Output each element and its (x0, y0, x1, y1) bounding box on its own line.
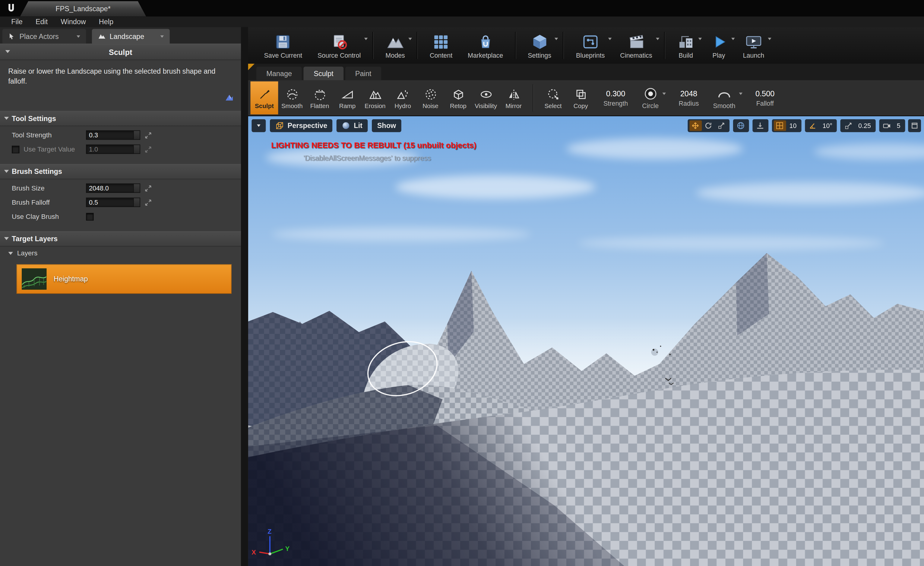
move-tool-icon[interactable] (689, 120, 702, 131)
tab-sculpt[interactable]: Sculpt (304, 67, 344, 80)
tool-noise[interactable]: Noise (417, 81, 444, 114)
brush-falloff-shape-button[interactable]: Circle (642, 87, 664, 109)
tool-smooth[interactable]: Smooth (278, 81, 306, 114)
expand-arrows-icon[interactable] (145, 146, 152, 152)
dropdown-caret-icon[interactable] (656, 38, 659, 40)
toolbar-build[interactable]: Build (669, 29, 702, 62)
brush-settings-header[interactable]: Brush Settings (0, 164, 241, 179)
circle-falloff-icon (644, 87, 657, 100)
viewport[interactable]: Z Y X Perspective Lit Show (248, 116, 924, 566)
strength-value: 0.300 (606, 89, 626, 98)
dropdown-caret-icon[interactable] (364, 38, 368, 40)
maximize-viewport-button[interactable] (908, 119, 921, 132)
content-browser-icon (432, 33, 450, 50)
viewport-canvas[interactable]: Z Y X (248, 116, 924, 566)
axis-x-label: X (252, 549, 256, 556)
grid-snap-icon[interactable] (774, 120, 786, 131)
expand-arrows-icon[interactable] (145, 185, 152, 191)
tool-sculpt[interactable]: Sculpt (250, 81, 278, 114)
viewport-options-button[interactable] (252, 119, 266, 132)
target-layers-header[interactable]: Target Layers (0, 231, 241, 247)
toolbar-marketplace[interactable]: Marketplace (460, 29, 511, 62)
tool-hydro[interactable]: Hydro (389, 81, 417, 114)
tab-landscape[interactable]: Landscape (92, 29, 170, 44)
tool-ramp[interactable]: Ramp (333, 81, 361, 114)
toolbar-source-control[interactable]: Source Control (310, 29, 368, 62)
rotation-snap-value[interactable]: 10° (820, 122, 836, 129)
tool-flatten[interactable]: Flatten (306, 81, 333, 114)
tool-select[interactable]: Select (539, 81, 567, 114)
brush-falloff-input[interactable]: 0.5 (86, 198, 140, 207)
menu-file[interactable]: File (5, 17, 29, 27)
dropdown-caret-icon[interactable] (555, 38, 558, 40)
toolbar-play[interactable]: Play (702, 29, 735, 62)
camera-speed-value[interactable]: 5 (894, 122, 903, 129)
tool-settings-header[interactable]: Tool Settings (0, 111, 241, 126)
copy-tool-icon (574, 87, 588, 101)
toolbar-launch[interactable]: Launch (735, 29, 772, 62)
target-value-input[interactable]: 1.0 (86, 145, 140, 154)
brush-falloff-display[interactable]: 0.500 Falloff (755, 89, 775, 107)
layers-group-row[interactable]: Layers (0, 247, 241, 260)
surface-snap-icon[interactable] (754, 120, 766, 131)
expand-arrows-icon[interactable] (145, 199, 152, 206)
scale-snap-value[interactable]: 0.25 (855, 122, 874, 129)
tool-strength-label: Tool Strength (12, 132, 86, 138)
scale-tool-icon[interactable] (715, 120, 728, 131)
camera-speed-group: 5 (879, 119, 905, 132)
menu-edit[interactable]: Edit (29, 17, 54, 27)
layer-item-heightmap[interactable]: Heightmap (16, 264, 232, 294)
unreal-logo-icon[interactable] (0, 0, 22, 17)
toolbar-modes[interactable]: Modes (378, 29, 412, 62)
level-tab[interactable]: FPS_Landscape* (20, 1, 146, 17)
scale-snap-icon[interactable] (842, 120, 855, 131)
rotate-tool-icon[interactable] (702, 120, 714, 131)
dropdown-caret-icon[interactable] (608, 38, 612, 40)
falloff-smooth-button[interactable]: Smooth (713, 87, 741, 109)
dropdown-caret-icon[interactable] (698, 38, 702, 40)
toolbar-cinematics[interactable]: Cinematics (612, 29, 660, 62)
dropdown-caret-icon[interactable] (409, 38, 412, 40)
brush-strength-display[interactable]: 0.300 Strength (603, 89, 628, 107)
brush-size-input[interactable]: 2048.0 (86, 184, 140, 193)
chevron-down-icon (160, 35, 164, 38)
layer-item-label: Heightmap (54, 275, 88, 283)
tool-erosion[interactable]: Erosion (361, 81, 389, 114)
dropdown-caret-icon[interactable] (731, 38, 735, 40)
tool-strength-input[interactable]: 0.3 (86, 130, 140, 140)
tool-description: Raise or lower the Landscape using the s… (0, 60, 241, 111)
viewport-perspective-button[interactable]: Perspective (270, 119, 333, 132)
menu-window[interactable]: Window (54, 17, 92, 27)
collapse-arrow-icon (8, 251, 13, 254)
tab-manage[interactable]: Manage (256, 67, 302, 80)
toolbar-save-current[interactable]: Save Current (256, 29, 310, 62)
use-clay-brush-checkbox[interactable] (86, 212, 93, 220)
toolbar-content[interactable]: Content (422, 29, 460, 62)
tab-place-actors[interactable]: Place Actors (2, 29, 86, 44)
rotation-snap-icon[interactable] (807, 120, 819, 131)
toolbar-blueprints[interactable]: Blueprints (568, 29, 612, 62)
world-space-globe-icon[interactable] (735, 120, 747, 131)
menu-help[interactable]: Help (92, 17, 120, 27)
toolbar-settings[interactable]: Settings (520, 29, 559, 62)
dropdown-caret-icon[interactable] (768, 38, 771, 40)
viewport-show-button[interactable]: Show (372, 119, 401, 132)
brush-radius-display[interactable]: 2048 Radius (679, 89, 699, 107)
expand-arrows-icon[interactable] (145, 132, 152, 138)
dropdown-caret-icon[interactable] (739, 92, 742, 95)
sculpt-section-header[interactable]: Sculpt (0, 44, 241, 60)
tool-visibility[interactable]: Visibility (472, 81, 500, 114)
tool-retop[interactable]: Retop (444, 81, 472, 114)
use-target-value-checkbox[interactable] (12, 146, 19, 153)
grid-snap-value[interactable]: 10 (786, 122, 800, 129)
camera-speed-icon[interactable] (881, 120, 893, 131)
collapse-arrow-icon (4, 117, 9, 120)
tab-paint[interactable]: Paint (345, 67, 381, 80)
dropdown-caret-icon[interactable] (662, 92, 666, 95)
tool-mirror[interactable]: Mirror (500, 81, 528, 114)
tool-copy[interactable]: Copy (567, 81, 595, 114)
viewport-lit-button[interactable]: Lit (337, 119, 368, 132)
ramp-tool-icon (340, 87, 354, 101)
panel-splitter[interactable] (241, 27, 248, 566)
grid-snap-group: 10 (772, 119, 801, 132)
